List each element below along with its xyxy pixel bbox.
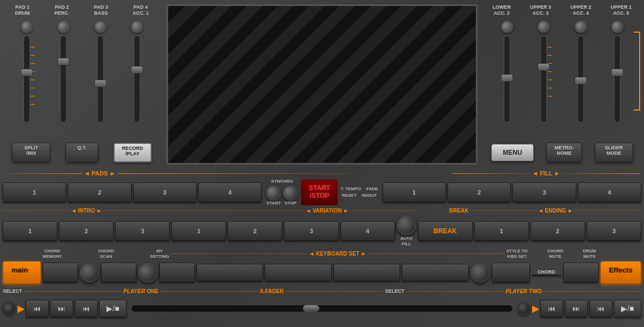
synchro-stop-knob[interactable] (283, 185, 298, 201)
fader-group-4 (131, 21, 143, 123)
upper1-label: UPPER 1ACC. 5 (611, 4, 632, 16)
slider-mode-button[interactable]: SLIDERMODE (595, 143, 633, 162)
synchro-start-knob[interactable] (266, 185, 281, 201)
chord-kbd-label-row: CHORDMEMORY CHORDSCAN MYSETTING ◄ KEYBOA… (0, 247, 644, 260)
ending-btn-2[interactable]: 2 (530, 221, 585, 241)
metronome-button[interactable]: METRO-NOME (546, 143, 582, 162)
kbd-btn-2[interactable] (265, 264, 331, 281)
player1-prev-button[interactable]: ⏮ (75, 300, 98, 317)
fader-handle-2[interactable] (57, 58, 69, 65)
fader-knob-3[interactable] (94, 21, 106, 33)
fill-btn-1[interactable]: 1 (383, 183, 446, 202)
variation-btn-2[interactable]: 2 (228, 221, 282, 241)
select-knob-left[interactable] (3, 302, 16, 315)
right-pad-labels: LOWERACC. 2 UPPER 3ACC. 3 UPPER 2ACC. 4 … (483, 3, 641, 18)
right-fader-row (483, 18, 641, 136)
kbd-btn-1[interactable] (196, 264, 263, 281)
auto-fill-knob[interactable] (397, 215, 416, 235)
player1-arrow[interactable]: ▶ (17, 304, 24, 314)
fader-handle-7[interactable] (575, 77, 587, 84)
record-play-button[interactable]: RECORD/PLAY (114, 143, 152, 162)
pad-btn-1[interactable]: 1 (3, 183, 66, 202)
fader-handle-6[interactable] (538, 63, 550, 71)
fader-handle-4[interactable] (131, 66, 143, 74)
player2-arrow[interactable]: ▶ (532, 304, 539, 314)
variation-btn-1[interactable]: 1 (171, 221, 226, 241)
start-stop-button[interactable]: START/STOP (300, 179, 338, 206)
ending-btn-3[interactable]: 3 (587, 221, 641, 241)
intro-btn-2[interactable]: 2 (59, 221, 114, 241)
break-section-label: BREAK (449, 208, 469, 214)
fader-knob-7[interactable] (575, 21, 587, 33)
pad-btn-3[interactable]: 3 (133, 183, 196, 202)
my-setting-button[interactable] (159, 263, 195, 282)
xfader-handle[interactable] (303, 305, 319, 312)
intro-section-label: ◄ INTRO ► (71, 208, 102, 214)
select-knob-right[interactable] (517, 302, 530, 315)
fader-knob-2[interactable] (57, 21, 69, 33)
fader-handle-8[interactable] (611, 69, 623, 76)
effects-button[interactable]: Effects (600, 261, 641, 284)
style-to-kbd-button[interactable] (492, 263, 530, 282)
kbd-btn-4[interactable] (402, 264, 468, 281)
pad-btn-4[interactable]: 4 (198, 183, 261, 202)
ending-btn-1[interactable]: 1 (474, 221, 529, 241)
player2-rew-button[interactable]: ⏮ (540, 300, 563, 317)
intro-btn-1[interactable]: 1 (3, 221, 57, 241)
fader-group-2 (57, 21, 69, 123)
fader-knob-6[interactable] (538, 21, 550, 33)
variation-btn-3[interactable]: 3 (284, 221, 338, 241)
break-btn[interactable]: BREAK (418, 221, 473, 241)
fader-track-7[interactable] (577, 35, 584, 123)
chord-scan-label: CHORDSCAN (98, 249, 114, 259)
player2-playstop-button[interactable]: ▶/■ (614, 300, 641, 317)
fader-handle-1[interactable] (21, 69, 33, 76)
fill-btn-4[interactable]: 4 (578, 183, 641, 202)
main-button[interactable]: main (3, 261, 41, 284)
chord-memory-button[interactable] (43, 263, 78, 282)
player2-prev-button[interactable]: ⏮ (589, 300, 612, 317)
fader-group-8 (611, 21, 623, 123)
transport-row: ▶ ⏮ ⏭ ⏮ ▶/■ ▶ ⏮ ⏭ ⏮ ▶/■ (0, 297, 644, 320)
pad2-label: PAD 2PERC. (55, 4, 70, 16)
split-mix-button[interactable]: SPLIT/MIX (12, 143, 50, 162)
fader-track-6[interactable] (540, 35, 547, 123)
qt-button[interactable]: Q.T. (65, 143, 98, 162)
fader-track-5[interactable] (504, 35, 510, 123)
fader-track-1[interactable] (23, 35, 30, 123)
fader-track-2[interactable] (60, 35, 67, 123)
kbd-set-knob[interactable] (470, 263, 490, 282)
chord-scan-knob[interactable] (138, 263, 158, 282)
fill-btn-3[interactable]: 3 (512, 183, 576, 202)
fader-track-8[interactable] (614, 35, 621, 123)
display-screen (166, 4, 478, 165)
right-bracket (634, 32, 640, 111)
fader-knob-4[interactable] (131, 21, 143, 33)
player2-ff-button[interactable]: ⏭ (565, 300, 588, 317)
fader-track-4[interactable] (134, 35, 140, 123)
player1-playstop-button[interactable]: ▶/■ (99, 300, 127, 317)
player1-rew-button[interactable]: ⏮ (26, 300, 49, 317)
fader-knob-1[interactable] (21, 21, 33, 33)
chord-label-group: CHORD (532, 269, 562, 276)
variation-btn-4[interactable]: 4 (341, 221, 395, 241)
fader-handle-3[interactable] (94, 80, 106, 87)
chord-memory-knob[interactable] (80, 263, 99, 282)
synchro-group: SYNCHRO START STOP (266, 179, 298, 205)
pad-btn-2[interactable]: 2 (68, 183, 131, 202)
fader-knob-5[interactable] (501, 21, 513, 33)
menu-button[interactable]: MENU (491, 144, 533, 161)
fader-knob-8[interactable] (611, 21, 623, 33)
xfader-track[interactable] (131, 305, 513, 312)
fader-handle-5[interactable] (501, 74, 513, 82)
player1-ff-button[interactable]: ⏭ (50, 300, 73, 317)
intro-btn-3[interactable]: 3 (115, 221, 170, 241)
fader-track-3[interactable] (97, 35, 104, 123)
kbd-btn-3[interactable] (333, 264, 400, 281)
t-tempo-label: T. TEMPO (341, 186, 361, 192)
chord-mute-button[interactable] (532, 275, 562, 276)
left-pad-labels: PAD 1DRUM PAD 2PERC. PAD 3BASS PAD 4ACC.… (3, 3, 161, 18)
fill-btn-2[interactable]: 2 (448, 183, 511, 202)
chord-scan-button[interactable] (101, 263, 136, 282)
drum-mute-button[interactable] (563, 263, 599, 282)
